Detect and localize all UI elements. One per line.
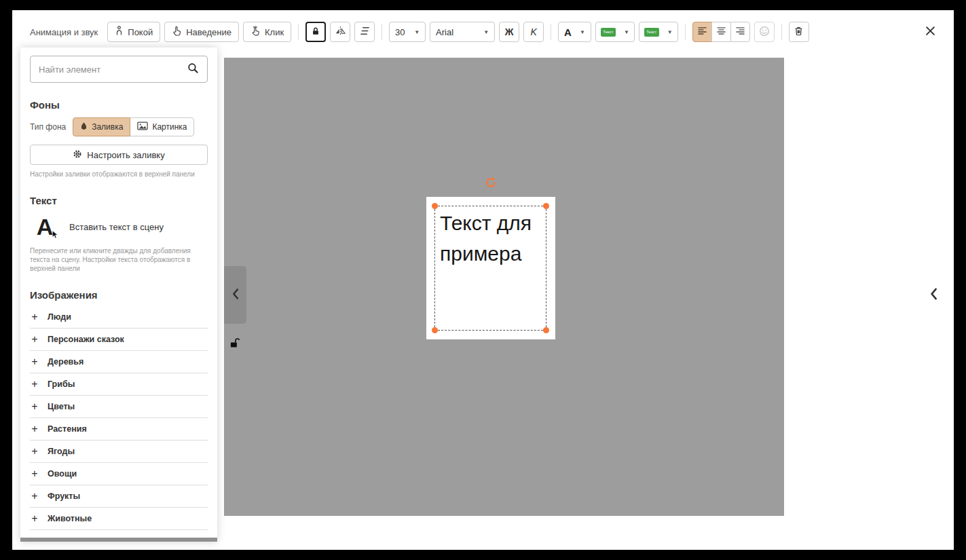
close-button[interactable]: [921, 23, 939, 41]
emoji-button[interactable]: [754, 22, 775, 42]
font-family-select[interactable]: Arial ▼: [430, 22, 495, 42]
category-label: Животные: [48, 514, 92, 523]
align-right-button[interactable]: [730, 22, 750, 42]
insert-text-label: Вставить текст в сцену: [69, 222, 164, 232]
resize-handle-bottom-right[interactable]: [543, 327, 549, 333]
bold-button[interactable]: Ж: [499, 22, 519, 42]
image-category-list: + Люди + Персонажи сказок + Деревья + Гр…: [30, 306, 208, 530]
state-click-button[interactable]: Клик: [243, 22, 291, 42]
search-box: [30, 56, 208, 83]
search-button[interactable]: [185, 62, 207, 76]
image-category-berries[interactable]: + Ягоды: [30, 441, 208, 463]
letter-a-glyph: A: [37, 215, 54, 238]
color-swatch: Текст: [644, 28, 659, 37]
hand-pointer-icon: [172, 26, 182, 38]
sidebar-scrollbar[interactable]: [20, 538, 217, 542]
fill-toggle-button[interactable]: Заливка: [73, 117, 130, 136]
text-element-content[interactable]: Текст для примера: [440, 208, 532, 269]
chevron-down-icon: ▼: [414, 29, 420, 35]
swatch-label: Текст: [603, 30, 613, 34]
image-category-plants[interactable]: + Растения: [30, 418, 208, 441]
sidebar: Фоны Тип фона Заливка Картинка: [20, 48, 217, 542]
lock-icon: [311, 26, 320, 38]
chevron-left-icon: [231, 288, 239, 302]
toolbar-separator: [298, 24, 299, 40]
image-category-animals[interactable]: + Животные: [30, 508, 208, 530]
chevron-left-icon: [929, 287, 937, 303]
chevron-down-icon: ▼: [483, 29, 489, 35]
state-idle-button[interactable]: Покой: [107, 22, 160, 42]
highlight-color-button[interactable]: Текст ▼: [595, 22, 635, 42]
italic-label: K: [530, 26, 536, 37]
flip-horizontal-icon: [335, 26, 346, 38]
plus-icon: +: [30, 401, 39, 412]
chevron-down-icon: ▼: [667, 29, 673, 35]
font-size-value: 30: [395, 27, 405, 37]
text-hint-text: Перенесите или кликните дважды для добав…: [30, 246, 201, 273]
category-label: Ягоды: [48, 447, 75, 456]
chevron-down-icon: ▼: [580, 29, 585, 35]
align-center-button[interactable]: [711, 22, 731, 42]
gear-icon: [73, 149, 82, 161]
background-type-toggle: Заливка Картинка: [73, 117, 194, 136]
align-left-icon: [697, 26, 707, 37]
backgrounds-section-title: Фоны: [30, 99, 208, 111]
align-right-icon: [735, 26, 745, 37]
background-color-button[interactable]: Текст ▼: [639, 22, 678, 42]
search-input[interactable]: [31, 64, 185, 75]
image-category-people[interactable]: + Люди: [30, 306, 208, 329]
italic-button[interactable]: K: [523, 22, 544, 42]
unlock-icon[interactable]: [229, 337, 241, 351]
plus-icon: +: [30, 468, 39, 479]
resize-handle-top-left[interactable]: [432, 203, 438, 209]
image-toggle-button[interactable]: Картинка: [130, 117, 194, 136]
image-category-flowers[interactable]: + Цветы: [30, 396, 208, 418]
category-label: Цветы: [48, 402, 75, 411]
toolbar-separator: [685, 24, 686, 40]
configure-fill-button[interactable]: Настроить заливку: [30, 145, 208, 165]
resize-handle-bottom-left[interactable]: [432, 327, 438, 333]
font-size-select[interactable]: 30 ▼: [389, 22, 426, 42]
plus-icon: +: [30, 312, 39, 322]
toolbar: Анимация и звук Покой Наведение Клик: [30, 21, 939, 43]
category-label: Грибы: [48, 379, 75, 389]
image-category-vegetables[interactable]: + Овощи: [30, 463, 208, 485]
image-category-mushrooms[interactable]: + Грибы: [30, 373, 208, 396]
sidebar-collapse-tab[interactable]: [224, 266, 246, 324]
plus-icon: +: [30, 356, 39, 367]
align-left-button[interactable]: [692, 22, 712, 42]
rotate-handle-icon[interactable]: [485, 176, 497, 191]
category-label: Персонажи сказок: [48, 335, 124, 344]
toolbar-separator: [551, 24, 551, 40]
align-center-icon: [716, 26, 726, 37]
image-category-trees[interactable]: + Деревья: [30, 351, 208, 373]
image-category-fruits[interactable]: + Фрукты: [30, 485, 208, 508]
toolbar-section-label: Анимация и звук: [30, 27, 98, 37]
lock-button[interactable]: [305, 22, 326, 42]
right-panel-collapse-tab[interactable]: [922, 266, 944, 324]
image-toggle-label: Картинка: [152, 122, 187, 132]
selected-text-element[interactable]: Текст для примера: [426, 197, 555, 339]
text-color-label: A: [564, 26, 572, 38]
insert-text-icon: A: [30, 212, 60, 242]
state-hover-button[interactable]: Наведение: [164, 22, 239, 42]
state-click-label: Клик: [265, 27, 284, 37]
skew-button[interactable]: [354, 22, 375, 42]
text-color-button[interactable]: A ▼: [558, 22, 591, 42]
image-category-fairy-tale-characters[interactable]: + Персонажи сказок: [30, 329, 208, 351]
text-section-title: Текст: [30, 195, 208, 206]
state-hover-label: Наведение: [186, 27, 231, 37]
background-type-row: Тип фона Заливка Картинка: [30, 117, 208, 136]
category-label: Овощи: [48, 469, 77, 479]
bold-label: Ж: [505, 26, 514, 37]
flip-horizontal-button[interactable]: [330, 22, 350, 42]
font-family-value: Arial: [436, 27, 453, 37]
selection-outline: Текст для примера: [434, 206, 546, 331]
resize-handle-top-right[interactable]: [543, 203, 549, 209]
fill-hint-text: Настройки заливки отображаются в верхней…: [30, 170, 208, 179]
plus-icon: +: [30, 446, 39, 457]
delete-button[interactable]: [789, 22, 809, 42]
plus-icon: +: [30, 379, 39, 390]
insert-text-tool[interactable]: A Вставить текст в сцену: [30, 212, 208, 242]
click-cursor-icon: [250, 26, 261, 38]
